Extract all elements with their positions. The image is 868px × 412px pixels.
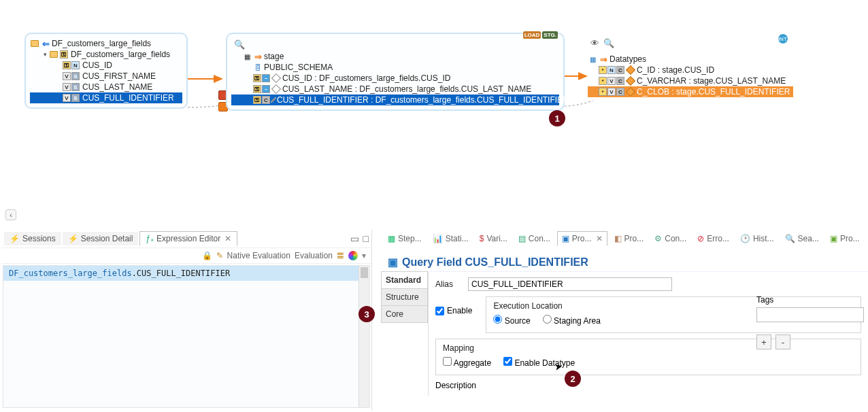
radio-source[interactable]: Source — [493, 315, 530, 326]
hscroll-left-button[interactable]: ‹ — [5, 209, 16, 220]
radio-staging[interactable]: Staging Area — [543, 315, 601, 326]
rtab-stati[interactable]: 📊Stati... — [429, 232, 473, 245]
enable-checkbox-input[interactable] — [435, 307, 444, 315]
source-col-cusid[interactable]: ⚿N CUS_ID — [30, 60, 182, 71]
twisty-icon[interactable]: ▾ — [41, 51, 49, 58]
stage-map-2[interactable]: ⚿C CUS_FULL_IDENTIFIER : DF_customers_la… — [231, 95, 559, 105]
int-badge: INT. — [778, 34, 788, 44]
maximize-icon[interactable]: □ — [363, 233, 369, 244]
stage-title: stage — [264, 52, 284, 61]
bolt-icon: ⚡ — [10, 234, 20, 243]
lock-icon[interactable]: 🔒 — [202, 251, 212, 260]
tag-add-button[interactable]: + — [756, 334, 771, 349]
library-icon[interactable]: 𝌆 — [337, 251, 344, 260]
stage-map-1[interactable]: ⚿~ CUS_LAST_NAME : DF_customers_large_fi… — [231, 84, 559, 95]
table-icon: ▦ — [242, 52, 252, 61]
vertical-scrollbar[interactable] — [358, 266, 369, 407]
target-row-1[interactable]: *VC C_VARCHAR : stage.CUS_LAST_NAME — [588, 75, 793, 86]
rtab-con2[interactable]: ⚙Con... — [650, 232, 690, 245]
cursor-icon: ➤ — [554, 360, 564, 373]
stage-map-0[interactable]: ⚿~ CUS_ID : DF_customers_large_fields.CU… — [231, 73, 559, 84]
source-col-first[interactable]: VS CUS_FIRST_NAME — [30, 71, 182, 82]
source-node[interactable]: ⇐ DF_customers_large_fields ▾ ⚿ DF_custo… — [24, 33, 188, 109]
rtab-prob[interactable]: ▣Pro... — [826, 232, 864, 245]
enable-datatype-checkbox[interactable]: Enable Datatype — [503, 357, 575, 368]
side-tab-standard[interactable]: Standard — [381, 271, 428, 289]
error-icon: ⊘ — [697, 234, 704, 243]
tab-sessions[interactable]: ⚡ Sessions — [4, 232, 61, 245]
target-row-2[interactable]: *VC C_CLOB : stage.CUS_FULL_IDENTIFIER — [588, 86, 793, 97]
target-top-badges: INT. — [778, 34, 788, 44]
tab-session-detail[interactable]: ⚡ Session Detail — [63, 232, 139, 245]
side-tabs: Standard Structure Core — [381, 272, 429, 396]
target-node[interactable]: INT. 👁 🔍 ▦ ⇒ Datatypes *NC C_ID : stage.… — [588, 37, 793, 97]
target-row-0[interactable]: *NC C_ID : stage.CUS_ID — [588, 65, 793, 75]
side-tab-core[interactable]: Core — [381, 305, 428, 323]
close-icon[interactable]: ✕ — [224, 234, 231, 243]
source-child-row[interactable]: ▾ ⚿ DF_customers_large_fields — [30, 49, 182, 60]
magnifier-icon[interactable]: 🔍 — [603, 38, 614, 48]
side-tab-structure[interactable]: Structure — [381, 288, 428, 306]
tags-section: Tags + - — [752, 291, 868, 354]
source-col-last[interactable]: VS CUS_LAST_NAME — [30, 82, 182, 92]
step-icon: ▦ — [388, 234, 395, 243]
code-line-1[interactable]: DF_customers_large_fields.CUS_FULL_IDENT… — [3, 266, 369, 281]
console-icon: ▤ — [518, 234, 526, 243]
stage-header-row[interactable]: ▦ ⇒ stage — [231, 51, 559, 62]
eye-icon[interactable]: 👁 — [590, 38, 599, 48]
close-icon[interactable]: ✕ — [596, 234, 603, 243]
rtab-pro-active[interactable]: ▣Pro...✕ — [557, 231, 607, 246]
tags-label: Tags — [756, 295, 864, 305]
history-icon: 🕑 — [740, 234, 750, 243]
schema-icon: 🗄 — [253, 63, 263, 72]
diamond-icon — [626, 76, 635, 86]
aggregate-checkbox[interactable]: Aggregate — [443, 357, 491, 368]
target-title-row[interactable]: ▦ ⇒ Datatypes — [588, 54, 793, 65]
arrow-right-icon: ⇒ — [599, 54, 608, 64]
stage-node[interactable]: LOAD STG. 🔍 ▦ ⇒ stage 🗄 PUBLIC_SCHEMA ⚿~… — [226, 33, 565, 111]
diamond-icon — [626, 65, 635, 75]
stage-schema-row[interactable]: 🗄 PUBLIC_SCHEMA — [231, 62, 559, 73]
source-title-row[interactable]: ⇐ DF_customers_large_fields — [30, 38, 182, 49]
diamond-icon — [271, 97, 276, 103]
rtab-con1[interactable]: ▤Con... — [514, 232, 554, 245]
tags-input[interactable] — [756, 307, 864, 322]
tab-expression-editor[interactable]: ƒₓ Expression Editor ✕ — [139, 231, 237, 246]
palette-icon[interactable] — [348, 251, 358, 260]
enable-checkbox[interactable]: Enable — [435, 306, 472, 315]
mapping-canvas[interactable]: ⇐ DF_customers_large_fields ▾ ⚿ DF_custo… — [0, 0, 868, 204]
dollar-icon: $ — [480, 234, 484, 243]
callout-2: 2 — [565, 371, 581, 387]
tag-remove-button[interactable]: - — [775, 334, 790, 349]
alias-input[interactable] — [468, 277, 672, 291]
grid-icon: ▦ — [588, 54, 597, 64]
evaluation-label[interactable]: Evaluation — [295, 251, 333, 260]
stage-top-badges: LOAD STG. — [523, 31, 558, 39]
stg-badge: STG. — [542, 31, 558, 39]
fx-icon: ƒₓ — [146, 234, 154, 243]
folder-icon — [50, 51, 58, 58]
rtab-hist[interactable]: 🕑Hist... — [736, 232, 778, 245]
expression-editor-panel: ⚡ Sessions ⚡ Session Detail ƒₓ Expressio… — [1, 230, 372, 410]
rtab-pro2[interactable]: ◧Pro... — [610, 232, 648, 245]
source-col-fullid[interactable]: VS CUS_FULL_IDENTIFIER — [30, 92, 182, 103]
editor-toolbar: 🔒 ✎ Native Evaluation Evaluation 𝌆 ▾ — [1, 247, 371, 264]
rtab-sea[interactable]: 🔍Sea... — [781, 232, 823, 245]
menu-chevron-icon[interactable]: ▾ — [362, 251, 366, 260]
wand-icon[interactable]: ✎ — [216, 251, 223, 260]
load-badge: LOAD — [523, 31, 541, 39]
magnifier-icon[interactable]: 🔍 — [234, 39, 245, 50]
left-tab-bar: ⚡ Sessions ⚡ Session Detail ƒₓ Expressio… — [1, 230, 371, 247]
progress-icon: ◧ — [614, 234, 622, 243]
scroll-thumb[interactable] — [361, 267, 368, 278]
diamond-icon — [271, 73, 281, 83]
native-eval-label[interactable]: Native Evaluation — [227, 251, 290, 260]
code-editor[interactable]: DF_customers_large_fields.CUS_FULL_IDENT… — [3, 265, 370, 408]
rtab-step[interactable]: ▦Step... — [384, 232, 426, 245]
alias-label: Alias — [435, 279, 463, 289]
arrow-left-icon: ⇐ — [41, 39, 50, 48]
rtab-vari[interactable]: $Vari... — [475, 232, 512, 245]
rtab-erro[interactable]: ⊘Erro... — [693, 232, 733, 245]
source-title: DF_customers_large_fields — [52, 39, 151, 48]
minimize-icon[interactable]: ▭ — [350, 233, 359, 244]
